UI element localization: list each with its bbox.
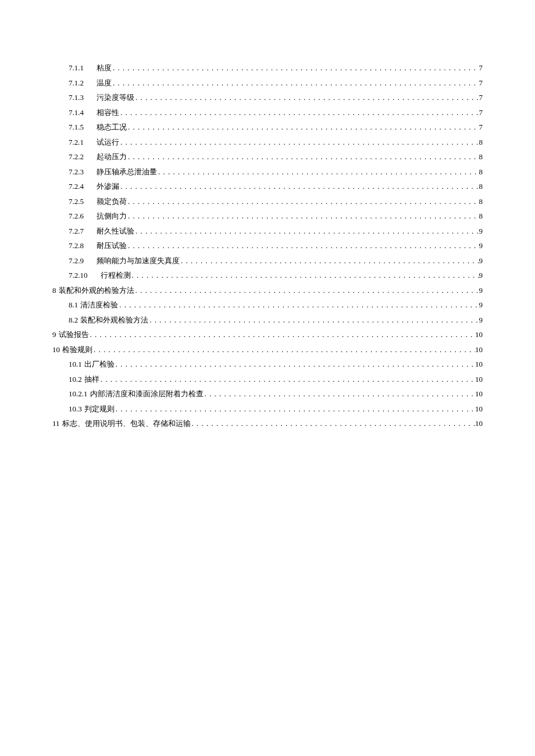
toc-leader-dots: . . . . . . . . . . . . . . . . . . . . … (148, 316, 479, 324)
toc-entry-number: 7.2.8 (69, 242, 84, 249)
toc-leader-dots: . . . . . . . . . . . . . . . . . . . . … (134, 94, 479, 101)
toc-leader-dots: . . . . . . . . . . . . . . . . . . . . … (134, 227, 479, 235)
toc-entry-title: 相容性 (97, 109, 119, 116)
toc-leader-dots: . . . . . . . . . . . . . . . . . . . . … (119, 138, 479, 146)
toc-leader-dots: . . . . . . . . . . . . . . . . . . . . … (112, 79, 479, 87)
toc-leader-dots: . . . . . . . . . . . . . . . . . . . . … (115, 360, 475, 368)
toc-entry-number: 7.1.4 (69, 109, 84, 116)
toc-entry-number: 7.1.2 (69, 79, 84, 87)
toc-entry-page: 10 (475, 331, 483, 338)
toc-leader-dots: . . . . . . . . . . . . . . . . . . . . … (204, 390, 476, 397)
toc-leader-dots: . . . . . . . . . . . . . . . . . . . . … (127, 212, 479, 220)
toc-entry: 7.1.4相容性 . . . . . . . . . . . . . . . .… (52, 109, 483, 116)
toc-entry-title: 内部清洁度和漆面涂层附着力检查 (90, 390, 204, 397)
toc-leader-dots: . . . . . . . . . . . . . . . . . . . . … (131, 271, 479, 279)
toc-entry-title: 试验报告 (59, 331, 89, 338)
toc-entry-number: 10.2 (69, 375, 82, 383)
toc-entry-page: 8 (479, 138, 483, 146)
toc-entry-title: 抗侧向力 (97, 212, 127, 220)
toc-entry-page: 9 (479, 316, 483, 324)
toc-entry-number: 7.1.3 (69, 94, 84, 101)
toc-entry: 8装配和外观的检验方法 . . . . . . . . . . . . . . … (52, 286, 483, 294)
toc-entry: 7.2.8耐压试验 . . . . . . . . . . . . . . . … (52, 242, 483, 249)
toc-entry-number: 10.3 (69, 405, 82, 413)
toc-entry: 8.2装配和外观检验方法 . . . . . . . . . . . . . .… (52, 316, 483, 324)
toc-entry-title: 污染度等级 (97, 94, 134, 101)
toc-entry-number: 7.2.1 (69, 138, 84, 146)
toc-entry: 10.3判定规则 . . . . . . . . . . . . . . . .… (52, 405, 483, 413)
toc-entry-page: 8 (479, 212, 483, 220)
toc-entry: 7.2.1试运行 . . . . . . . . . . . . . . . .… (52, 138, 483, 146)
toc-entry-page: 7 (479, 123, 483, 131)
toc-leader-dots: . . . . . . . . . . . . . . . . . . . . … (127, 198, 479, 205)
toc-entry-title: 标志、使用说明书、包装、存储和运输 (62, 420, 191, 427)
toc-entry: 7.2.9频响能力与加速度失真度 . . . . . . . . . . . .… (52, 257, 483, 264)
toc-leader-dots: . . . . . . . . . . . . . . . . . . . . … (99, 375, 475, 383)
toc-entry-title: 温度 (97, 79, 112, 87)
toc-entry-number: 7.2.5 (69, 198, 84, 205)
toc-entry-page: 7 (479, 64, 483, 71)
toc-entry-number: 9 (52, 331, 56, 338)
toc-entry-number: 7.2.6 (69, 212, 84, 220)
table-of-contents: 7.1.1粘度 . . . . . . . . . . . . . . . . … (52, 64, 483, 427)
toc-entry-page: 8 (479, 168, 483, 175)
toc-entry-title: 耐久性试验 (97, 227, 134, 235)
toc-leader-dots: . . . . . . . . . . . . . . . . . . . . … (180, 257, 479, 264)
toc-entry-page: 10 (475, 346, 483, 353)
toc-entry: 7.2.6抗侧向力 . . . . . . . . . . . . . . . … (52, 212, 483, 220)
toc-entry-page: 9 (479, 271, 483, 279)
toc-entry-number: 7.2.7 (69, 227, 84, 235)
toc-entry-page: 10 (475, 390, 483, 397)
toc-entry-title: 粘度 (97, 64, 112, 71)
toc-entry-number: 10 (52, 346, 60, 353)
toc-entry-page: 8 (479, 153, 483, 160)
toc-entry-page: 9 (479, 227, 483, 235)
toc-entry-number: 10.1 (69, 360, 82, 368)
toc-entry-title: 清洁度检验 (80, 301, 118, 309)
toc-leader-dots: . . . . . . . . . . . . . . . . . . . . … (157, 168, 479, 175)
toc-entry-title: 装配和外观检验方法 (80, 316, 148, 324)
toc-entry-page: 10 (475, 405, 483, 413)
toc-entry: 7.1.5稳态工况 . . . . . . . . . . . . . . . … (52, 123, 483, 131)
toc-entry-page: 10 (475, 360, 483, 368)
toc-leader-dots: . . . . . . . . . . . . . . . . . . . . … (112, 64, 479, 71)
toc-entry-number: 7.2.2 (69, 153, 84, 160)
toc-entry-title: 试运行 (97, 138, 119, 146)
toc-leader-dots: . . . . . . . . . . . . . . . . . . . . … (89, 331, 476, 338)
toc-entry-number: 11 (52, 420, 60, 427)
toc-entry-number: 7.2.10 (69, 271, 88, 279)
toc-entry: 10.2.1内部清洁度和漆面涂层附着力检查 . . . . . . . . . … (52, 390, 483, 397)
toc-entry-number: 8 (52, 286, 56, 294)
toc-entry-page: 9 (479, 257, 483, 264)
toc-entry: 7.1.1粘度 . . . . . . . . . . . . . . . . … (52, 64, 483, 71)
toc-entry: 7.2.2起动压力 . . . . . . . . . . . . . . . … (52, 153, 483, 160)
toc-entry-page: 8 (479, 198, 483, 205)
toc-entry-page: 10 (475, 420, 483, 427)
toc-entry-page: 9 (479, 242, 483, 249)
toc-entry-title: 外渗漏 (97, 182, 119, 190)
toc-entry: 7.1.2温度 . . . . . . . . . . . . . . . . … (52, 79, 483, 87)
toc-entry-title: 静压轴承总泄油量 (97, 168, 157, 175)
toc-leader-dots: . . . . . . . . . . . . . . . . . . . . … (127, 242, 479, 249)
toc-entry-page: 9 (479, 301, 483, 309)
toc-entry-number: 8.2 (69, 316, 78, 324)
toc-entry: 10检验规则 . . . . . . . . . . . . . . . . .… (52, 346, 483, 353)
toc-entry-title: 抽样 (84, 375, 99, 383)
toc-entry-title: 起动压力 (97, 153, 127, 160)
toc-entry-title: 频响能力与加速度失真度 (97, 257, 180, 264)
toc-entry: 10.1出厂检验 . . . . . . . . . . . . . . . .… (52, 360, 483, 368)
toc-entry: 7.2.5额定负荷 . . . . . . . . . . . . . . . … (52, 198, 483, 205)
toc-leader-dots: . . . . . . . . . . . . . . . . . . . . … (92, 346, 475, 353)
toc-leader-dots: . . . . . . . . . . . . . . . . . . . . … (127, 123, 479, 131)
toc-entry-page: 10 (475, 375, 483, 383)
toc-entry-page: 9 (479, 286, 483, 294)
toc-leader-dots: . . . . . . . . . . . . . . . . . . . . … (191, 420, 475, 427)
toc-entry-title: 稳态工况 (97, 123, 127, 131)
toc-entry: 8.1清洁度检验 . . . . . . . . . . . . . . . .… (52, 301, 483, 309)
toc-entry-title: 耐压试验 (97, 242, 127, 249)
toc-leader-dots: . . . . . . . . . . . . . . . . . . . . … (127, 153, 479, 160)
toc-leader-dots: . . . . . . . . . . . . . . . . . . . . … (119, 109, 479, 116)
toc-entry-number: 10.2.1 (69, 390, 88, 397)
toc-entry: 7.1.3污染度等级 . . . . . . . . . . . . . . .… (52, 94, 483, 101)
toc-entry-title: 判定规则 (84, 405, 115, 413)
